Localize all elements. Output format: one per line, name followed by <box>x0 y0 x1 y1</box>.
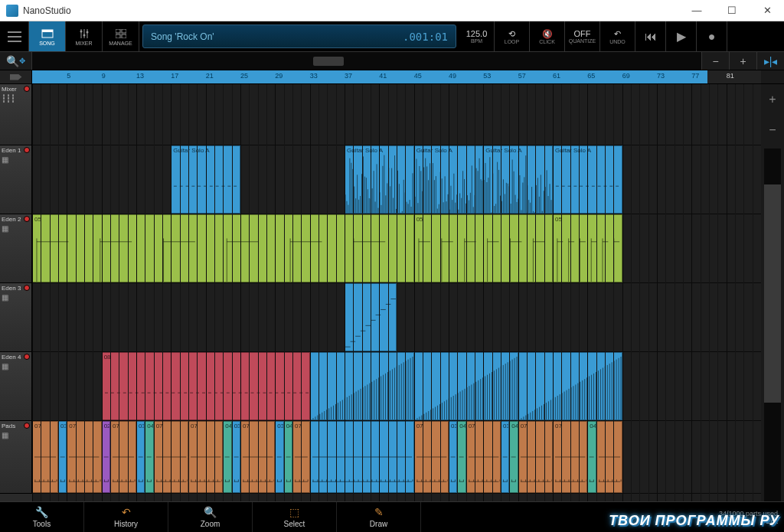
zoom-tool[interactable]: 🔍✥ <box>0 52 32 70</box>
close-button[interactable]: ✕ <box>756 3 778 18</box>
add-track-button[interactable]: + <box>761 84 784 115</box>
play-button[interactable]: ▶ <box>666 21 697 51</box>
record-arm-icon[interactable] <box>24 423 30 429</box>
clip[interactable]: 03 <box>501 421 509 493</box>
manage-tab[interactable]: MANAGE <box>103 21 139 51</box>
track-header[interactable]: Mixer┇┇┇ <box>0 84 32 145</box>
record-arm-icon[interactable] <box>24 285 30 291</box>
ruler-tick: 57 <box>518 72 526 80</box>
history-button[interactable]: ↶History <box>84 502 168 532</box>
manage-icon <box>116 28 126 40</box>
timeline-ruler[interactable]: 5913172125293337414549535761656973778185 <box>32 70 761 83</box>
scroll-thumb[interactable] <box>313 57 344 66</box>
history-icon: ↶ <box>122 506 131 518</box>
track-header[interactable]: Pads▦ <box>0 421 32 494</box>
track-type-icon: ▦ <box>2 293 30 302</box>
window-titlebar: NanoStudio — ☐ ✕ <box>0 0 784 21</box>
clip[interactable]: 07 <box>32 421 58 493</box>
clip[interactable]: 04 <box>223 421 231 493</box>
ruler-tick: 73 <box>657 72 665 80</box>
clip[interactable]: 03 <box>136 421 145 493</box>
loop-button[interactable]: ⟲ LOOP <box>495 21 530 51</box>
ruler-tick: 25 <box>240 72 248 80</box>
track-type-icon: ┇┇┇ <box>2 94 30 103</box>
clip[interactable]: 07 <box>110 421 136 493</box>
clip[interactable]: 04 <box>509 421 518 493</box>
minimize-button[interactable]: — <box>686 3 707 18</box>
vertical-scroll[interactable] <box>764 149 781 511</box>
track-header[interactable]: Eden 3▦ <box>0 283 32 352</box>
track-type-icon: ▦ <box>2 362 30 370</box>
ruler-tick: 9 <box>102 72 106 80</box>
wrench-icon: 🔧 <box>35 506 48 518</box>
clip[interactable]: 03 <box>275 421 283 493</box>
fit-button[interactable]: ▸|◂ <box>756 52 784 70</box>
draw-button[interactable]: ✎Draw <box>337 502 421 532</box>
speaker-icon: 🔇 <box>542 29 553 39</box>
zoom-in-button[interactable]: + <box>729 52 756 70</box>
sub-toolbar: 🔍✥ − + ▸|◂ <box>0 52 784 70</box>
record-arm-icon[interactable] <box>24 354 30 360</box>
ruler-tick: 33 <box>310 72 318 80</box>
ruler-tick: 81 <box>727 72 734 80</box>
zoom-button[interactable]: 🔍Zoom <box>168 502 253 532</box>
track-header[interactable]: Eden 4▦ <box>0 352 32 421</box>
remove-track-button[interactable]: − <box>761 115 784 145</box>
song-tab[interactable]: SONG <box>29 21 66 51</box>
ruler-tick: 61 <box>553 72 560 80</box>
clip[interactable]: 04 <box>284 421 292 493</box>
svg-point-6 <box>83 34 85 36</box>
click-button[interactable]: 🔇 CLICK <box>530 21 565 51</box>
zoom-out-button[interactable]: − <box>701 52 729 70</box>
record-icon: ● <box>708 30 716 44</box>
clip[interactable]: 03 <box>449 421 457 493</box>
select-icon: ⬚ <box>289 506 299 518</box>
bottom-toolbar: 🔧Tools ↶History 🔍Zoom ⬚Select ✎Draw 34/1… <box>0 501 784 532</box>
arrow-right-icon <box>10 74 22 80</box>
clip[interactable]: 04 <box>587 421 596 493</box>
bpm-display[interactable]: 125.0 BPM <box>459 21 495 51</box>
record-arm-icon[interactable] <box>24 86 30 92</box>
clip[interactable] <box>596 421 622 493</box>
ruler-tick: 45 <box>414 72 422 80</box>
ruler-head[interactable] <box>0 70 32 83</box>
menu-button[interactable] <box>0 21 29 51</box>
clip[interactable]: 04 <box>457 421 466 493</box>
clip[interactable]: 03 <box>232 421 240 493</box>
track-type-icon: ▦ <box>2 155 30 164</box>
song-time: .001:01 <box>403 31 448 43</box>
rewind-button[interactable]: ⏮ <box>635 21 666 51</box>
clip[interactable]: 04 <box>145 421 153 493</box>
song-name: Song 'Rock On' <box>151 31 403 42</box>
select-button[interactable]: ⬚Select <box>253 502 337 532</box>
track-lanes[interactable]: Guitar Solo AGuitar Solo AGuitar Solo AG… <box>32 84 761 514</box>
svg-rect-10 <box>116 34 120 38</box>
song-display[interactable]: Song 'Rock On' .001:01 <box>142 24 456 48</box>
main-toolbar: SONG MIXER MANAGE Song 'Rock On' .001:01… <box>0 21 784 52</box>
record-arm-icon[interactable] <box>24 216 30 222</box>
quantize-button[interactable]: OFF QUANTIZE <box>565 21 600 51</box>
mixer-tab[interactable]: MIXER <box>66 21 103 51</box>
maximize-button[interactable]: ☐ <box>721 3 743 18</box>
svg-point-5 <box>80 30 82 32</box>
status-display: 34/1000 parts used Edit <box>719 502 784 532</box>
pencil-icon: ✎ <box>374 506 384 518</box>
undo-button[interactable]: ↶ UNDO <box>600 21 635 51</box>
ruler-tick: 41 <box>379 72 387 80</box>
ruler-tick: 21 <box>206 72 214 80</box>
track-headers: Mixer┇┇┇Eden 1▦Eden 2▦Eden 3▦Eden 4▦Pads… <box>0 84 32 514</box>
mixer-icon <box>79 28 90 40</box>
track-header[interactable]: Eden 1▦ <box>0 145 32 214</box>
tools-button[interactable]: 🔧Tools <box>0 502 84 532</box>
track-header[interactable]: Eden 2▦ <box>0 214 32 283</box>
clip[interactable]: 03 <box>58 421 67 493</box>
ruler-tick: 77 <box>691 72 699 80</box>
clip[interactable]: 02 <box>102 421 110 493</box>
record-arm-icon[interactable] <box>24 147 30 153</box>
ruler-tick: 5 <box>67 72 70 80</box>
vscroll-thumb[interactable] <box>764 184 781 402</box>
horizontal-scroll[interactable] <box>32 52 701 70</box>
svg-rect-1 <box>42 30 53 32</box>
svg-rect-11 <box>122 34 126 38</box>
record-button[interactable]: ● <box>697 21 727 51</box>
